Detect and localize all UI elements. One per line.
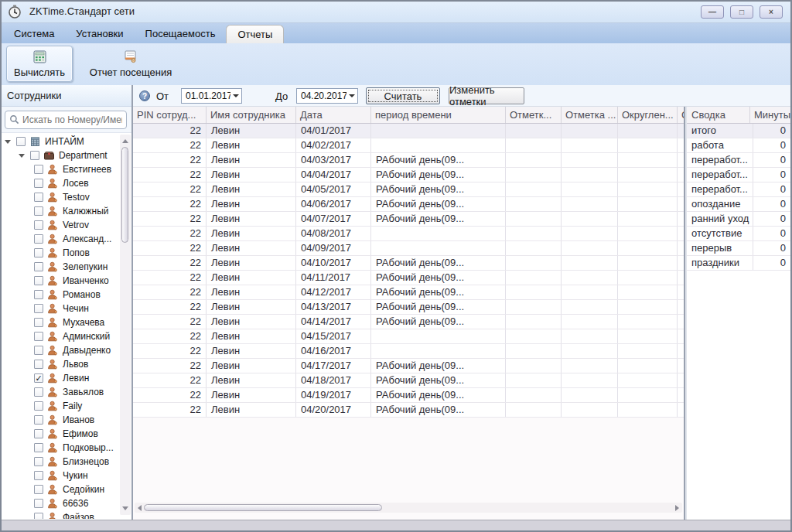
to-date-value[interactable]: [297, 90, 346, 101]
from-date-combo[interactable]: [181, 88, 242, 104]
tree-checkbox[interactable]: [34, 457, 43, 466]
tree-checkbox[interactable]: [34, 360, 43, 369]
menu-item-attendance[interactable]: Посещаемость: [135, 23, 227, 43]
column-header-0[interactable]: PIN сотруд...: [133, 107, 207, 123]
tree-scrollbar[interactable]: [120, 135, 131, 515]
tree-item-employee-18[interactable]: Иванов: [0, 413, 119, 427]
summary-row[interactable]: переработ...0: [687, 153, 790, 168]
tree-checkbox[interactable]: [34, 262, 43, 271]
summary-row[interactable]: перерыв0: [687, 241, 790, 256]
scroll-left-icon[interactable]: [138, 505, 142, 511]
tree-checkbox[interactable]: [34, 485, 43, 494]
tree-checkbox[interactable]: [34, 471, 43, 480]
tree-item-employee-1[interactable]: Лосев: [0, 176, 119, 190]
table-row[interactable]: 22Левин04/17/2017РАбочий день(09...: [133, 359, 685, 373]
tree-checkbox[interactable]: [34, 443, 43, 452]
table-row[interactable]: 22Левин04/20/2017РАбочий день(09...: [133, 403, 685, 418]
grid-hscrollbar-thumb[interactable]: [144, 504, 382, 511]
table-row[interactable]: 22Левин04/13/2017РАбочий день(09...: [133, 300, 685, 315]
column-header-2[interactable]: Дата: [296, 107, 371, 123]
tree-checkbox[interactable]: [34, 179, 43, 188]
tree-checkbox[interactable]: [34, 220, 43, 230]
tree-item-employee-22[interactable]: Чукин: [0, 469, 119, 483]
tree-checkbox[interactable]: [34, 429, 43, 438]
tree-checkbox[interactable]: [30, 151, 39, 160]
tree-item-employee-9[interactable]: Романов: [0, 288, 119, 302]
tree-checkbox[interactable]: [34, 234, 43, 244]
table-row[interactable]: 22Левин04/04/2017РАбочий день(09...: [133, 168, 685, 182]
menu-item-reports[interactable]: Отчеты: [226, 25, 284, 43]
summary-row[interactable]: итого0: [687, 124, 790, 138]
summary-row[interactable]: переработ...0: [687, 182, 790, 197]
tree-item-employee-6[interactable]: Попов: [0, 246, 119, 260]
search-box[interactable]: [5, 111, 127, 129]
summary-row[interactable]: переработ...0: [687, 168, 790, 182]
column-header-5[interactable]: Отметка ...: [562, 107, 618, 123]
column-header-4[interactable]: Отметк...: [506, 107, 562, 123]
tree-item-employee-0[interactable]: Евстигнеев: [0, 162, 119, 176]
tree-item-company[interactable]: ИНТАЙМ: [0, 135, 119, 148]
tree-item-employee-3[interactable]: Калюжный: [0, 204, 119, 218]
tree-item-employee-25[interactable]: Файзов: [0, 510, 119, 519]
table-row[interactable]: 22Левин04/07/2017РАбочий день(09...: [133, 212, 685, 227]
tree-item-employee-10[interactable]: Чечин: [0, 302, 119, 315]
table-row[interactable]: 22Левин04/19/2017РАбочий день(09...: [133, 388, 685, 403]
tree-item-employee-19[interactable]: Ефимов: [0, 427, 119, 441]
tree-checkbox[interactable]: [34, 276, 43, 285]
calculate-button[interactable]: Вычислять: [6, 46, 73, 82]
column-header-7[interactable]: С: [678, 107, 685, 123]
table-row[interactable]: 22Левин04/06/2017РАбочий день(09...: [133, 197, 685, 212]
table-row[interactable]: 22Левин04/15/2017: [133, 329, 685, 344]
tree-item-employee-12[interactable]: Админский: [0, 329, 119, 343]
attendance-report-button[interactable]: Отчет посещения: [73, 46, 189, 82]
menu-item-system[interactable]: Система: [3, 23, 65, 43]
tree-item-employee-2[interactable]: Testov: [0, 190, 119, 204]
minutes-column-header[interactable]: Минуты: [750, 107, 790, 123]
search-input[interactable]: [22, 114, 122, 125]
column-header-6[interactable]: Округлен...: [618, 107, 678, 123]
table-row[interactable]: 22Левин04/02/2017: [133, 138, 685, 153]
tree-item-employee-13[interactable]: Давыденко: [0, 343, 119, 357]
summary-column-header[interactable]: Сводка: [687, 107, 750, 123]
table-row[interactable]: 22Левин04/16/2017: [133, 344, 685, 359]
table-row[interactable]: 22Левин04/05/2017РАбочий день(09...: [133, 182, 685, 197]
count-button[interactable]: Считать: [366, 87, 440, 104]
tree-item-employee-23[interactable]: Седойкин: [0, 483, 119, 496]
tree-checkbox[interactable]: [34, 346, 43, 355]
close-button[interactable]: ×: [760, 5, 783, 19]
minimize-button[interactable]: —: [701, 5, 724, 19]
tree-item-employee-11[interactable]: Мухачева: [0, 315, 119, 329]
tree-scroll-down-icon[interactable]: [122, 506, 128, 510]
column-header-3[interactable]: период времени: [371, 107, 506, 123]
summary-row[interactable]: работа0: [687, 138, 790, 153]
tree-item-employee-8[interactable]: Иванченко: [0, 274, 119, 288]
tree-item-department[interactable]: Department: [0, 148, 119, 162]
tree-checkbox[interactable]: [34, 206, 43, 216]
table-row[interactable]: 22Левин04/12/2017РАбочий день(09...: [133, 285, 685, 300]
tree-scroll-up-icon[interactable]: [122, 139, 128, 143]
table-row[interactable]: 22Левин04/10/2017РАбочий день(09...: [133, 256, 685, 271]
table-row[interactable]: 22Левин04/08/2017: [133, 227, 685, 241]
tree-checkbox[interactable]: [34, 499, 43, 508]
column-header-1[interactable]: Имя сотрудника: [207, 107, 296, 123]
to-date-dropdown-icon[interactable]: [346, 94, 357, 97]
tree-checkbox[interactable]: [34, 304, 43, 313]
tree-item-employee-7[interactable]: Зелепукин: [0, 260, 119, 274]
summary-row[interactable]: праздники0: [687, 256, 790, 271]
tree-item-employee-24[interactable]: 66636: [0, 496, 119, 510]
table-row[interactable]: 22Левин04/11/2017РАбочий день(09...: [133, 271, 685, 285]
summary-row[interactable]: опоздание0: [687, 197, 790, 212]
from-date-dropdown-icon[interactable]: [230, 94, 241, 97]
table-row[interactable]: 22Левин04/09/2017: [133, 241, 685, 256]
tree-item-employee-5[interactable]: Александ...: [0, 232, 119, 246]
tree-checkbox[interactable]: [34, 415, 43, 425]
help-icon[interactable]: ?: [139, 90, 150, 101]
collapse-arrow-icon[interactable]: [19, 154, 25, 158]
tree-item-employee-16[interactable]: Завьялов: [0, 385, 119, 399]
table-row[interactable]: 22Левин04/14/2017РАбочий день(09...: [133, 315, 685, 329]
summary-row[interactable]: ранний уход0: [687, 212, 790, 227]
tree-item-employee-15[interactable]: ✓Левин: [0, 371, 119, 385]
grid-hscrollbar[interactable]: [135, 503, 682, 513]
tree-checkbox[interactable]: ✓: [34, 373, 43, 383]
tree-item-employee-20[interactable]: Подковыр...: [0, 441, 119, 455]
